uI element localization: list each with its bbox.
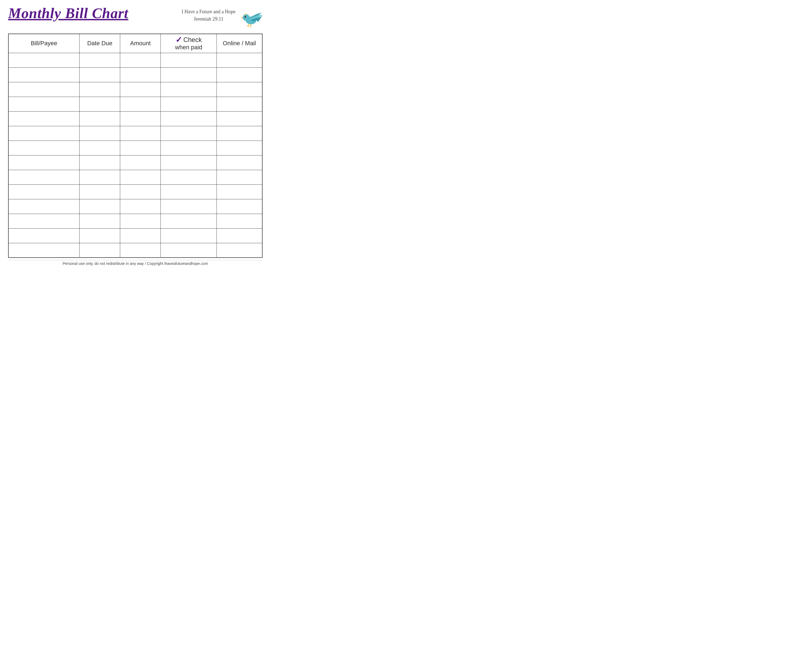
- table-cell: [8, 97, 79, 111]
- svg-point-1: [243, 14, 250, 21]
- table-cell: [161, 141, 217, 155]
- table-cell: [120, 126, 161, 141]
- table-cell: [161, 67, 217, 82]
- table-cell: [217, 228, 262, 243]
- scripture-block: I Have a Future and a Hope Jeremiah 29:1…: [182, 8, 235, 23]
- table-cell: [8, 141, 79, 155]
- table-cell: [120, 82, 161, 97]
- table-cell: [217, 184, 262, 199]
- svg-line-10: [250, 26, 251, 27]
- table-cell: [217, 97, 262, 111]
- table-cell: [120, 184, 161, 199]
- table-cell: [8, 243, 79, 258]
- table-cell: [79, 141, 120, 155]
- table-cell: [217, 67, 262, 82]
- table-body: [8, 53, 262, 258]
- table-cell: [120, 97, 161, 111]
- scripture-line2: Jeremiah 29:11: [182, 15, 235, 23]
- svg-line-8: [250, 24, 251, 26]
- scripture-line1: I Have a Future and a Hope: [182, 8, 235, 15]
- table-cell: [8, 53, 79, 67]
- table-cell: [120, 243, 161, 258]
- table-cell: [79, 126, 120, 141]
- table-cell: [8, 126, 79, 141]
- table-cell: [217, 126, 262, 141]
- table-cell: [120, 155, 161, 170]
- table-cell: [79, 67, 120, 82]
- table-row: [8, 184, 262, 199]
- table-cell: [161, 228, 217, 243]
- table-cell: [79, 214, 120, 228]
- svg-point-3: [244, 16, 246, 18]
- checkmark-icon: ✓: [176, 36, 182, 44]
- table-cell: [161, 111, 217, 126]
- table-cell: [161, 82, 217, 97]
- table-cell: [79, 199, 120, 214]
- table-cell: [120, 141, 161, 155]
- table-cell: [217, 243, 262, 258]
- table-cell: [161, 53, 217, 67]
- table-row: [8, 228, 262, 243]
- table-cell: [161, 155, 217, 170]
- table-cell: [120, 53, 161, 67]
- table-cell: [8, 199, 79, 214]
- table-header-row: Bill/Payee Date Due Amount ✓ Check: [8, 34, 262, 53]
- table-cell: [79, 155, 120, 170]
- table-cell: [120, 199, 161, 214]
- svg-point-4: [245, 16, 245, 17]
- table-cell: [8, 184, 79, 199]
- table-cell: [161, 97, 217, 111]
- table-cell: [79, 97, 120, 111]
- bird-icon: [238, 5, 263, 27]
- table-cell: [79, 228, 120, 243]
- svg-point-11: [245, 14, 246, 15]
- table-row: [8, 67, 262, 82]
- table-row: [8, 53, 262, 67]
- table-row: [8, 126, 262, 141]
- table-cell: [217, 53, 262, 67]
- table-cell: [161, 126, 217, 141]
- table-cell: [120, 67, 161, 82]
- table-cell: [8, 214, 79, 228]
- col-header-online: Online / Mail: [217, 34, 262, 53]
- table-row: [8, 199, 262, 214]
- table-row: [8, 111, 262, 126]
- table-cell: [8, 170, 79, 184]
- col-header-date: Date Due: [79, 34, 120, 53]
- table-row: [8, 97, 262, 111]
- table-row: [8, 170, 262, 184]
- table-row: [8, 243, 262, 258]
- table-cell: [161, 184, 217, 199]
- table-cell: [8, 111, 79, 126]
- svg-marker-2: [241, 17, 243, 19]
- table-cell: [161, 170, 217, 184]
- table-row: [8, 155, 262, 170]
- page-header: Monthly Bill Chart I Have a Future and a…: [8, 5, 263, 29]
- table-cell: [217, 170, 262, 184]
- table-cell: [120, 111, 161, 126]
- table-row: [8, 82, 262, 97]
- table-cell: [217, 82, 262, 97]
- table-cell: [8, 228, 79, 243]
- table-cell: [217, 111, 262, 126]
- footer-text: Personal use only, do not redistribute i…: [8, 260, 263, 267]
- table-cell: [120, 170, 161, 184]
- table-cell: [79, 111, 120, 126]
- page-title: Monthly Bill Chart: [8, 5, 128, 21]
- header-right: I Have a Future and a Hope Jeremiah 29:1…: [182, 6, 263, 27]
- col-header-bill: Bill/Payee: [8, 34, 79, 53]
- table-cell: [161, 199, 217, 214]
- table-cell: [161, 243, 217, 258]
- col-header-amount: Amount: [120, 34, 161, 53]
- bill-chart-table: Bill/Payee Date Due Amount ✓ Check: [8, 34, 263, 258]
- table-cell: [120, 228, 161, 243]
- table-cell: [217, 199, 262, 214]
- table-cell: [79, 184, 120, 199]
- svg-line-7: [248, 26, 249, 27]
- svg-line-5: [248, 24, 249, 26]
- table-cell: [217, 214, 262, 228]
- table-cell: [217, 155, 262, 170]
- table-cell: [79, 243, 120, 258]
- table-cell: [217, 141, 262, 155]
- table-cell: [8, 82, 79, 97]
